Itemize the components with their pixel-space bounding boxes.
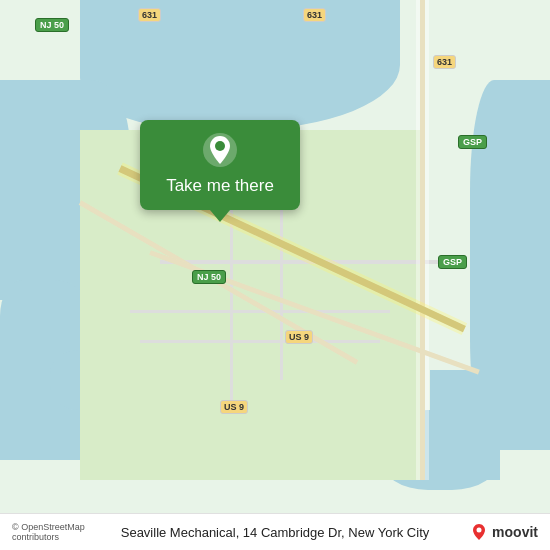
moovit-text: moovit — [492, 524, 538, 540]
location-info: Seaville Mechanical, 14 Cambridge Dr, Ne… — [117, 525, 433, 540]
location-pin-icon — [202, 132, 238, 168]
road-gsp-v — [420, 0, 425, 480]
svg-point-1 — [215, 141, 225, 151]
road-v2 — [280, 200, 283, 380]
bottom-bar: © OpenStreetMap contributors Seaville Me… — [0, 513, 550, 550]
label-631-topright: 631 — [433, 55, 456, 69]
label-us9-bottom2: US 9 — [220, 400, 248, 414]
svg-point-2 — [477, 528, 482, 533]
label-nj50-topleft: NJ 50 — [35, 18, 69, 32]
label-us9-bottom: US 9 — [285, 330, 313, 344]
label-gsp-right2: GSP — [438, 255, 467, 269]
road-h2 — [130, 310, 390, 313]
label-gsp-right: GSP — [458, 135, 487, 149]
water-patch4 — [430, 370, 500, 480]
map-container: NJ 50 NJ 50 US 9 US 9 631 631 631 GSP GS… — [0, 0, 550, 550]
road-v1 — [230, 200, 233, 400]
road-h3 — [140, 340, 380, 343]
label-631-topleft: 631 — [138, 8, 161, 22]
label-nj50-mid: NJ 50 — [192, 270, 226, 284]
moovit-pin-icon — [470, 523, 488, 541]
label-631-topmid: 631 — [303, 8, 326, 22]
popup[interactable]: Take me there — [140, 120, 300, 222]
map-background — [0, 0, 550, 550]
osm-credit: © OpenStreetMap contributors — [12, 522, 117, 542]
popup-arrow — [210, 210, 230, 222]
take-me-there-button[interactable]: Take me there — [166, 176, 274, 196]
popup-box[interactable]: Take me there — [140, 120, 300, 210]
moovit-logo: moovit — [433, 523, 538, 541]
water-top — [80, 0, 400, 130]
